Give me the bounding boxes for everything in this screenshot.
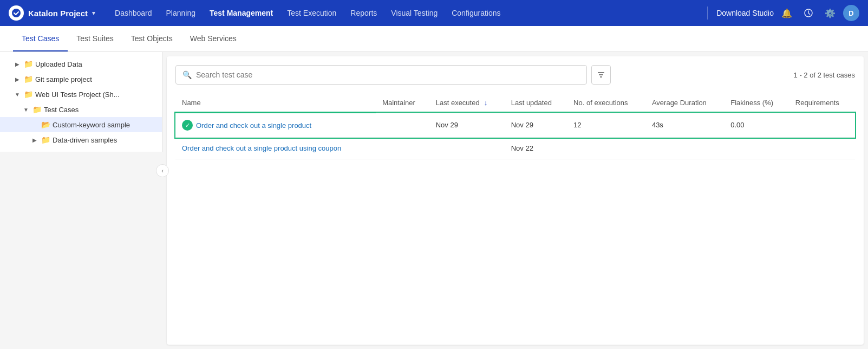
content-area: 🔍 1 - 2 of 2 test cases Name — [167, 56, 864, 345]
cell-requirements — [789, 113, 855, 138]
pass-status-icon: ✓ — [182, 120, 193, 131]
download-studio-link[interactable]: Download Studio — [716, 9, 774, 17]
sidebar: ▶ 📁 Uploaded Data ▶ 📁 Git sample project… — [0, 52, 162, 152]
th-flakiness[interactable]: Flakiness (%) — [724, 93, 789, 113]
user-avatar[interactable]: D — [843, 5, 859, 21]
nav-visual-testing[interactable]: Visual Testing — [384, 5, 444, 21]
th-last-updated[interactable]: Last updated — [505, 93, 567, 113]
search-icon: 🔍 — [182, 70, 192, 79]
tab-test-cases[interactable]: Test Cases — [13, 27, 68, 51]
sidebar-item-custom-keyword[interactable]: 📂 Custom-keyword sample — [0, 117, 162, 132]
cell-name: Order and check out a single product usi… — [175, 138, 376, 159]
topnav-actions: Download Studio 🔔 ⚙️ D — [703, 4, 859, 22]
toggle-icon: ▶ — [13, 60, 22, 68]
notification-bell-icon[interactable]: 🔔 — [778, 4, 795, 22]
toggle-icon: ▼ — [22, 105, 30, 114]
th-no-of-executions[interactable]: No. of executions — [567, 93, 645, 113]
sub-navigation: Test Cases Test Suites Test Objects Web … — [0, 26, 868, 52]
cell-maintainer — [376, 113, 429, 138]
sidebar-item-label: Test Cases — [44, 106, 155, 114]
folder-icon: 📁 — [24, 75, 33, 83]
sidebar-item-data-driven[interactable]: ▶ 📁 Data-driven samples — [0, 132, 162, 147]
toggle-icon: ▶ — [30, 135, 39, 144]
sidebar-item-label: Uploaded Data — [35, 60, 155, 68]
nav-test-management[interactable]: Test Management — [203, 5, 279, 21]
brand[interactable]: Katalon Project ▾ — [9, 5, 95, 21]
folder-icon: 📂 — [41, 120, 50, 129]
cell-last-executed: Nov 29 — [429, 113, 505, 138]
th-maintainer[interactable]: Maintainer — [376, 93, 429, 113]
test-cases-table: Name Maintainer Last executed ↓ Last upd… — [175, 93, 855, 159]
test-case-link[interactable]: Order and check out a single product — [196, 121, 311, 130]
nav-planning[interactable]: Planning — [160, 5, 203, 21]
sidebar-item-label: Data-driven samples — [53, 136, 155, 144]
cell-no-executions — [567, 138, 645, 159]
cell-name: ✓Order and check out a single product — [175, 113, 376, 138]
folder-icon: 📁 — [41, 135, 50, 144]
folder-icon: 📁 — [24, 60, 33, 68]
search-input[interactable] — [196, 70, 580, 79]
tab-test-suites[interactable]: Test Suites — [68, 27, 122, 51]
table-row[interactable]: Order and check out a single product usi… — [175, 138, 855, 159]
toggle-icon: ▼ — [13, 90, 22, 99]
sidebar-item-git-sample[interactable]: ▶ 📁 Git sample project — [0, 72, 162, 87]
test-case-link[interactable]: Order and check out a single product usi… — [182, 144, 341, 152]
sidebar-item-label: Web UI Tests Project (Sh... — [35, 91, 155, 99]
top-navigation: Katalon Project ▾ Dashboard Planning Tes… — [0, 0, 868, 26]
nav-test-execution[interactable]: Test Execution — [280, 5, 343, 21]
folder-icon: 📁 — [24, 90, 33, 99]
sidebar-item-web-ui-tests[interactable]: ▼ 📁 Web UI Tests Project (Sh... — [0, 87, 162, 102]
sidebar-item-uploaded-data[interactable]: ▶ 📁 Uploaded Data — [0, 56, 162, 72]
cell-last-updated: Nov 22 — [505, 138, 567, 159]
sort-arrow-icon: ↓ — [484, 99, 488, 107]
svg-point-0 — [12, 9, 21, 17]
tab-test-objects[interactable]: Test Objects — [122, 27, 181, 51]
history-icon[interactable] — [800, 4, 817, 22]
table-row[interactable]: ✓Order and check out a single productNov… — [175, 113, 855, 138]
table-body: ✓Order and check out a single productNov… — [175, 113, 855, 159]
th-name[interactable]: Name — [175, 93, 376, 113]
sidebar-item-label: Custom-keyword sample — [53, 121, 155, 129]
folder-icon: 📁 — [32, 105, 42, 114]
sidebar-wrapper: ▶ 📁 Uploaded Data ▶ 📁 Git sample project… — [0, 52, 162, 349]
nav-links: Dashboard Planning Test Management Test … — [108, 5, 701, 21]
sidebar-item-label: Git sample project — [35, 75, 155, 83]
sidebar-collapse-button[interactable]: ‹ — [156, 164, 169, 177]
nav-dashboard[interactable]: Dashboard — [108, 5, 159, 21]
th-requirements[interactable]: Requirements — [789, 93, 855, 113]
th-average-duration[interactable]: Average Duration — [645, 93, 724, 113]
table-header-row: Name Maintainer Last executed ↓ Last upd… — [175, 93, 855, 113]
search-bar: 🔍 1 - 2 of 2 test cases — [175, 65, 855, 85]
toggle-icon: ▶ — [13, 75, 22, 83]
tab-web-services[interactable]: Web Services — [181, 27, 245, 51]
cell-flakiness: 0.00 — [724, 113, 789, 138]
nav-reports[interactable]: Reports — [344, 5, 383, 21]
cell-flakiness — [724, 138, 789, 159]
search-input-wrapper[interactable]: 🔍 — [175, 65, 587, 85]
cell-no-executions: 12 — [567, 113, 645, 138]
settings-icon[interactable]: ⚙️ — [821, 4, 839, 22]
cell-avg-duration — [645, 138, 724, 159]
brand-logo — [9, 5, 24, 21]
filter-button[interactable] — [591, 65, 611, 85]
cell-last-updated: Nov 29 — [505, 113, 567, 138]
cell-last-executed — [429, 138, 505, 159]
result-count: 1 - 2 of 2 test cases — [794, 71, 855, 79]
cell-avg-duration: 43s — [645, 113, 724, 138]
brand-name: Katalon Project — [28, 9, 88, 18]
brand-chevron[interactable]: ▾ — [92, 10, 95, 17]
cell-maintainer — [376, 138, 429, 159]
th-last-executed[interactable]: Last executed ↓ — [429, 93, 505, 113]
sidebar-item-test-cases-folder[interactable]: ▼ 📁 Test Cases — [0, 102, 162, 117]
nav-divider — [707, 7, 708, 20]
main-layout: ▶ 📁 Uploaded Data ▶ 📁 Git sample project… — [0, 52, 868, 349]
cell-requirements — [789, 138, 855, 159]
nav-configurations[interactable]: Configurations — [445, 5, 507, 21]
